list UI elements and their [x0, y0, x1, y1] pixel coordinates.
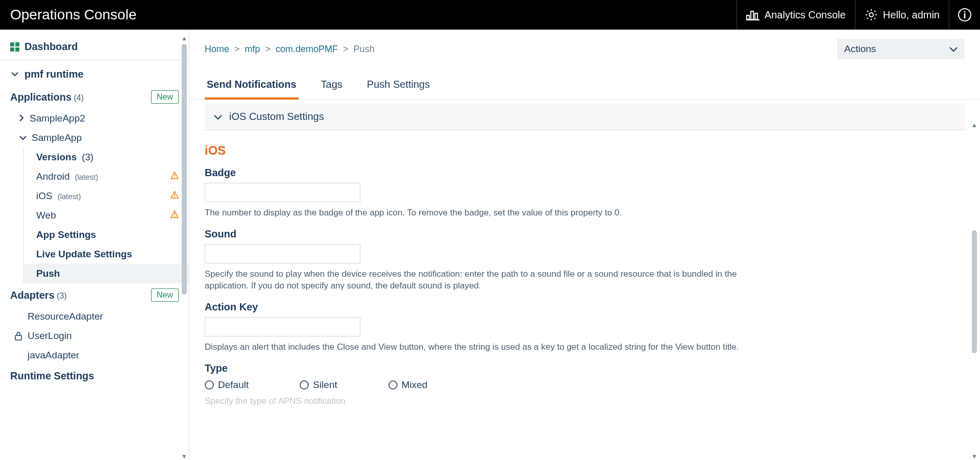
radio-icon	[300, 380, 309, 390]
dashboard-label: Dashboard	[24, 41, 78, 53]
type-radio-default[interactable]: Default	[205, 379, 249, 391]
info-button[interactable]	[949, 0, 980, 30]
sidebar-applications-head[interactable]: Applications (4) New	[0, 85, 189, 109]
web-label: Web	[36, 210, 56, 221]
breadcrumb-app[interactable]: com.demoPMF	[276, 44, 338, 55]
sidebar: Dashboard pmf runtime Applications (4) N…	[0, 30, 189, 460]
sidebar-item-ios[interactable]: iOS (latest)	[24, 186, 189, 206]
analytics-icon	[746, 9, 760, 20]
chevron-down-icon	[19, 132, 27, 143]
svg-rect-11	[15, 47, 19, 52]
svg-point-6	[964, 11, 965, 12]
adapters-count: (3)	[57, 292, 67, 300]
sidebar-item-sampleapp2[interactable]: SampleApp2	[0, 109, 189, 128]
analytics-label: Analytics Console	[765, 9, 846, 21]
sound-help: Specify the sound to play when the devic…	[205, 269, 741, 292]
sidebar-item-web[interactable]: Web	[24, 206, 189, 225]
actions-dropdown[interactable]: Actions	[837, 39, 965, 59]
versions-count: (3)	[82, 152, 93, 163]
applications-label: Applications	[10, 91, 71, 103]
sidebar-item-sampleapp[interactable]: SampleApp	[0, 128, 189, 148]
svg-rect-15	[174, 197, 175, 197]
type-radio-group: Default Silent Mixed	[205, 379, 965, 391]
lock-icon	[14, 331, 22, 341]
ios-label: iOS	[36, 190, 53, 202]
accordion-title: iOS Custom Settings	[229, 111, 324, 123]
topbar-right: Analytics Console Hello, admin	[737, 0, 980, 30]
chevron-down-icon	[949, 43, 958, 55]
scroll-thumb[interactable]	[972, 230, 977, 353]
javaadapter-label: javaAdapter	[28, 350, 79, 361]
sidebar-item-resourceadapter[interactable]: ResourceAdapter	[0, 307, 189, 326]
tab-push-settings[interactable]: Push Settings	[365, 79, 432, 99]
sidebar-item-userlogin[interactable]: UserLogin	[0, 326, 189, 346]
sidebar-scrollbar[interactable]: ▲ ▼	[180, 35, 189, 460]
hello-label: Hello, admin	[883, 9, 940, 21]
sound-label: Sound	[205, 228, 965, 240]
sound-input[interactable]	[205, 244, 360, 263]
svg-rect-18	[15, 335, 21, 340]
svg-rect-17	[174, 216, 175, 216]
tab-send-notifications[interactable]: Send Notifications	[205, 79, 299, 100]
breadcrumb: Home > mfp > com.demoPMF > Push	[205, 44, 375, 55]
type-help: Specify the type of APNS notification	[205, 396, 741, 407]
type-radio-mixed[interactable]: Mixed	[388, 379, 428, 391]
sidebar-adapters-head[interactable]: Adapters (3) New	[0, 283, 189, 307]
scroll-up-icon: ▲	[971, 122, 977, 129]
new-adapter-button[interactable]: New	[151, 288, 179, 302]
sidebar-item-android[interactable]: Android (latest)	[24, 167, 189, 186]
svg-rect-13	[174, 177, 175, 178]
sidebar-runtime[interactable]: pmf runtime	[0, 63, 189, 85]
sidebar-item-app-settings[interactable]: App Settings	[24, 225, 189, 245]
sidebar-dashboard[interactable]: Dashboard	[0, 36, 189, 60]
action-key-input[interactable]	[205, 317, 360, 336]
sidebar-item-versions[interactable]: Versions (3)	[24, 148, 189, 167]
sidebar-item-live-update[interactable]: Live Update Settings	[24, 245, 189, 264]
svg-rect-12	[174, 174, 175, 177]
accordion-ios-custom-settings[interactable]: iOS Custom Settings	[205, 104, 965, 130]
breadcrumb-home[interactable]: Home	[205, 44, 229, 55]
sampleapp2-label: SampleApp2	[30, 113, 85, 124]
radio-label: Silent	[313, 379, 337, 391]
topbar: Operations Console Analytics Console Hel…	[0, 0, 980, 30]
sidebar-runtime-settings[interactable]: Runtime Settings	[0, 365, 189, 387]
sidebar-item-javaadapter[interactable]: javaAdapter	[0, 346, 189, 365]
versions-label: Versions	[36, 152, 77, 163]
runtime-settings-label: Runtime Settings	[10, 370, 94, 382]
sidebar-item-push[interactable]: Push	[24, 264, 189, 283]
badge-help: The number to display as the badge of th…	[205, 207, 741, 219]
body: Dashboard pmf runtime Applications (4) N…	[0, 30, 980, 460]
scroll-down-icon: ▼	[971, 453, 977, 460]
scroll-up-icon: ▲	[181, 35, 187, 42]
breadcrumb-sep: >	[343, 44, 349, 55]
new-app-button[interactable]: New	[151, 90, 179, 104]
scroll-down-icon: ▼	[181, 453, 187, 460]
dashboard-icon	[10, 42, 19, 52]
ios-section-title: iOS	[205, 143, 965, 158]
content-scroll[interactable]: iOS Custom Settings iOS Badge The number…	[189, 100, 980, 460]
warning-icon	[170, 210, 179, 221]
breadcrumb-sep: >	[234, 44, 240, 55]
svg-point-4	[869, 13, 873, 17]
svg-rect-10	[10, 47, 14, 52]
type-radio-silent[interactable]: Silent	[300, 379, 337, 391]
scroll-thumb[interactable]	[182, 44, 187, 295]
app-title: Operations Console	[10, 7, 136, 23]
action-key-help: Displays an alert that includes the Clos…	[205, 342, 741, 353]
chevron-right-icon	[19, 113, 24, 124]
svg-rect-1	[751, 11, 753, 19]
main-scrollbar[interactable]: ▲ ▼	[970, 122, 979, 460]
svg-rect-0	[747, 15, 749, 19]
android-label: Android	[36, 171, 70, 182]
sidebar-scroll[interactable]: Dashboard pmf runtime Applications (4) N…	[0, 30, 189, 460]
tab-tags[interactable]: Tags	[319, 79, 345, 99]
radio-icon	[388, 380, 398, 390]
breadcrumb-mfp[interactable]: mfp	[245, 44, 260, 55]
hello-admin[interactable]: Hello, admin	[855, 0, 949, 30]
ios-suffix: (latest)	[58, 192, 81, 201]
radio-icon	[205, 380, 214, 390]
badge-input[interactable]	[205, 183, 360, 202]
resourceadapter-label: ResourceAdapter	[28, 311, 103, 322]
analytics-console-link[interactable]: Analytics Console	[737, 0, 855, 30]
svg-rect-2	[755, 13, 757, 19]
